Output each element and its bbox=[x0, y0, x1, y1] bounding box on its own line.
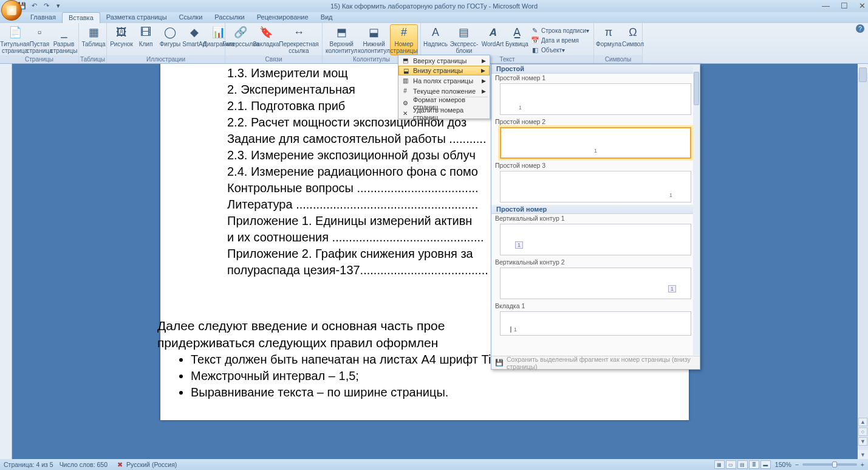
tab-references[interactable]: Ссылки bbox=[173, 12, 209, 23]
scroll-down-icon[interactable]: ▼ bbox=[858, 450, 868, 459]
format-icon: ⚙ bbox=[401, 99, 409, 108]
tab-insert[interactable]: Вставка bbox=[62, 12, 100, 23]
tab-review[interactable]: Рецензирование bbox=[251, 12, 315, 23]
view-web-icon[interactable]: ▤ bbox=[737, 460, 748, 469]
tab-mailings[interactable]: Рассылки bbox=[208, 12, 250, 23]
status-page[interactable]: Страница: 4 из 5 bbox=[4, 461, 53, 468]
page-break-button[interactable]: ⎯Разрыв страницы bbox=[52, 24, 76, 55]
view-draft-icon[interactable]: ▬ bbox=[760, 460, 771, 469]
signature-line-button[interactable]: ✎Строка подписи ▾ bbox=[529, 26, 591, 35]
gallery-item-label: Простой номер 3 bbox=[491, 161, 700, 170]
picture-button[interactable]: 🖼Рисунок bbox=[109, 24, 134, 49]
clip-button[interactable]: 🎞Клип bbox=[134, 24, 158, 49]
tab-home[interactable]: Главная bbox=[24, 12, 62, 23]
browse-object-buttons: ▲ ○ ▼ bbox=[858, 418, 867, 446]
chart-icon: 📊 bbox=[211, 26, 226, 40]
vertical-scrollbar[interactable]: ▲ ▼ bbox=[858, 64, 868, 459]
tab-page-layout[interactable]: Разметка страницы bbox=[100, 12, 173, 23]
status-language[interactable]: Русский (Россия) bbox=[126, 461, 177, 468]
vertical-ruler[interactable] bbox=[0, 64, 12, 459]
object-button[interactable]: ◧Объект ▾ bbox=[529, 45, 591, 55]
group-label-tables: Таблицы bbox=[79, 55, 106, 63]
smartart-icon: ◆ bbox=[187, 26, 202, 40]
browse-object-icon[interactable]: ○ bbox=[858, 427, 867, 436]
crossref-icon: ↔ bbox=[292, 26, 306, 40]
page-icon: 📄 bbox=[8, 26, 22, 40]
qat-more-icon[interactable]: ▾ bbox=[53, 1, 63, 10]
proofing-icon[interactable]: ✖ bbox=[117, 461, 123, 468]
hyperlink-button[interactable]: 🔗Гиперссылка bbox=[228, 24, 254, 49]
close-button[interactable]: ✕ bbox=[859, 1, 866, 10]
bookmark-icon: 🔖 bbox=[259, 26, 273, 40]
qat-redo-icon[interactable]: ↷ bbox=[41, 1, 51, 10]
gallery-item-vcontour-1[interactable]: 1 bbox=[500, 224, 691, 255]
footer-button[interactable]: ⬓Нижний колонтитул bbox=[358, 24, 390, 55]
blank-page-button[interactable]: ▫Пустая страница bbox=[27, 24, 52, 55]
gallery-item-tab-1[interactable]: 1 bbox=[500, 311, 691, 336]
table-button[interactable]: ▦Таблица bbox=[81, 24, 106, 49]
zoom-out-button[interactable]: − bbox=[795, 461, 799, 468]
view-fullscreen-icon[interactable]: ▭ bbox=[726, 460, 736, 469]
datetime-icon: 📅 bbox=[531, 36, 539, 44]
group-label-symbols: Символы bbox=[594, 55, 642, 63]
next-page-icon[interactable]: ▼ bbox=[858, 437, 867, 446]
bookmark-button[interactable]: 🔖Закладка bbox=[254, 24, 278, 49]
office-button[interactable] bbox=[1, 0, 22, 21]
status-word-count[interactable]: Число слов: 650 bbox=[60, 461, 108, 468]
bullet-item: Межстрочный интервал – 1,5; bbox=[191, 369, 622, 383]
scrollbar-thumb[interactable] bbox=[859, 67, 867, 82]
zoom-level[interactable]: 150% bbox=[775, 461, 791, 468]
maximize-button[interactable]: ☐ bbox=[841, 1, 848, 10]
submenu-bottom-of-page[interactable]: ⬓Внизу страницы▶ bbox=[398, 66, 490, 75]
shapes-button[interactable]: ◯Фигуры bbox=[158, 24, 182, 49]
document-area: 1.3. Измерители мощ 2. Экспериментальная… bbox=[0, 64, 868, 459]
chevron-right-icon: ▶ bbox=[482, 78, 486, 84]
tab-view[interactable]: Вид bbox=[315, 12, 339, 23]
crossref-button[interactable]: ↔Перекрестная ссылка bbox=[278, 24, 320, 55]
zoom-in-button[interactable]: + bbox=[861, 461, 864, 468]
zoom-slider[interactable] bbox=[802, 463, 857, 466]
chevron-right-icon: ▶ bbox=[481, 67, 485, 74]
footer-icon: ⬓ bbox=[367, 26, 381, 40]
gallery-item-plain-3[interactable]: 1 bbox=[500, 171, 691, 202]
gallery-item-vcontour-2[interactable]: 1 bbox=[500, 268, 691, 299]
submenu-current-position[interactable]: #Текущее положение▶ bbox=[398, 86, 490, 96]
gallery-item-plain-2[interactable]: 1 bbox=[500, 127, 691, 159]
submenu-remove-numbers[interactable]: ✕Удалить номера страниц bbox=[398, 108, 490, 119]
view-outline-icon[interactable]: ≣ bbox=[749, 460, 759, 469]
gallery-item-label: Простой номер 1 bbox=[491, 74, 700, 82]
zoom-slider-knob[interactable] bbox=[832, 461, 837, 468]
header-button[interactable]: ⬒Верхний колонтитул bbox=[325, 24, 358, 55]
object-icon: ◧ bbox=[531, 46, 539, 54]
gallery-section-header: Простой номер bbox=[491, 205, 700, 214]
dropcap-button[interactable]: A̲Буквица bbox=[505, 24, 529, 49]
textbox-button[interactable]: AНадпись bbox=[423, 24, 448, 49]
qat-undo-icon[interactable]: ↶ bbox=[29, 1, 39, 10]
view-print-layout-icon[interactable]: ▦ bbox=[714, 460, 725, 469]
dropcap-icon: A̲ bbox=[510, 26, 524, 40]
gallery-item-plain-1[interactable]: 1 bbox=[500, 83, 691, 115]
gallery-footer[interactable]: 💾Сохранить выделенный фрагмент как номер… bbox=[491, 356, 700, 369]
textbox-icon: A bbox=[428, 26, 443, 40]
gallery-item-label: Вкладка 1 bbox=[491, 302, 700, 310]
gallery-scrollbar[interactable] bbox=[693, 64, 700, 355]
blank-page-icon: ▫ bbox=[32, 26, 47, 40]
gallery-item-label: Простой номер 2 bbox=[491, 117, 700, 126]
wordart-button[interactable]: 𝘼WordArt bbox=[480, 24, 505, 49]
page-number-button[interactable]: #Номер страницы bbox=[390, 24, 418, 55]
submenu-top-of-page[interactable]: ⬒Вверху страницы▶ bbox=[398, 55, 490, 66]
gallery-scrollbar-thumb[interactable] bbox=[694, 72, 699, 105]
quick-access-toolbar: 💾 ↶ ↷ ▾ bbox=[17, 1, 63, 10]
submenu-page-margins[interactable]: ▥На полях страницы▶ bbox=[398, 75, 490, 86]
datetime-button[interactable]: 📅Дата и время bbox=[529, 35, 591, 45]
quickparts-button[interactable]: ▤Экспресс-блоки bbox=[448, 24, 480, 55]
equation-button[interactable]: πФормула bbox=[596, 24, 621, 49]
cover-page-button[interactable]: 📄Титульная страница bbox=[2, 24, 27, 55]
title-bar: 💾 ↶ ↷ ▾ 15) Как оформить лабораторную ра… bbox=[0, 0, 868, 12]
remove-icon: ✕ bbox=[401, 109, 409, 118]
symbol-button[interactable]: ΩСимвол bbox=[621, 24, 645, 49]
prev-page-icon[interactable]: ▲ bbox=[858, 418, 867, 426]
minimize-button[interactable]: — bbox=[822, 1, 830, 10]
bottom-page-icon: ⬓ bbox=[402, 66, 410, 75]
help-icon[interactable]: ? bbox=[856, 24, 864, 33]
